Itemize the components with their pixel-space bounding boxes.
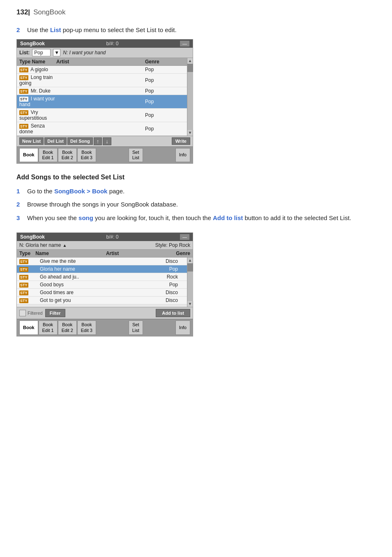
row-type: STY Mr. Duke bbox=[19, 88, 56, 94]
sty-badge: STY bbox=[19, 97, 28, 102]
table-row[interactable]: STY Mr. Duke Pop bbox=[17, 87, 187, 95]
widget2-titlebar: SongBook b/#: 0 — bbox=[17, 233, 193, 241]
row2-genre: Pop bbox=[145, 282, 178, 288]
row-type: STY Long train going bbox=[19, 74, 56, 86]
row2-type: STY bbox=[19, 282, 40, 288]
write-button[interactable]: Write bbox=[172, 137, 190, 145]
nav-book-edit1-button[interactable]: BookEdit 1 bbox=[39, 148, 58, 162]
row2-genre: Pop bbox=[145, 266, 178, 272]
row2-genre: Disco bbox=[145, 258, 178, 264]
table-row[interactable]: STY Got to get you Disco bbox=[17, 297, 187, 304]
table-row[interactable]: STY Senza donne Pop bbox=[17, 122, 187, 136]
col-genre: Genre bbox=[145, 59, 178, 65]
table-row[interactable]: STY A gigolo Pop bbox=[17, 66, 187, 74]
scroll-thumb bbox=[187, 263, 193, 272]
widget2-listbar: N: Gloria her name ▲ Style: Pop Rock bbox=[17, 241, 193, 250]
row-type: STY Vry superstitious bbox=[19, 109, 56, 121]
table-row[interactable]: STY Go ahead and ju.. Rock bbox=[17, 273, 187, 281]
sty-badge: STY bbox=[19, 283, 28, 288]
new-list-button[interactable]: New List bbox=[19, 137, 44, 145]
del-song-button[interactable]: Del Song bbox=[67, 137, 93, 145]
filter-button[interactable]: Filter bbox=[45, 309, 65, 317]
widget1-toolbar: New List Del List Del Song ↑ ↓ Write bbox=[17, 136, 193, 146]
nav-book-button[interactable]: Book bbox=[19, 148, 38, 162]
songbook-widget-1: SongBook b/#: 0 — List: Pop ▼ N: I want … bbox=[16, 39, 193, 164]
widget1-scrollbar[interactable]: ▲ ▼ bbox=[187, 58, 193, 136]
col2-artist: Artist bbox=[106, 251, 119, 256]
row-genre: Pop bbox=[145, 126, 178, 132]
scroll-down-arrow[interactable]: ▼ bbox=[188, 302, 192, 306]
sty-badge: STY bbox=[19, 259, 28, 264]
nav2-book-edit3-button[interactable]: BookEdit 3 bbox=[77, 320, 96, 334]
add-songs-steps: 1 Go to the SongBook > Book page. 2 Brow… bbox=[16, 187, 376, 223]
widget2-info: b/#: 0 bbox=[106, 234, 118, 240]
widget1-list-arrow[interactable]: ▼ bbox=[53, 49, 60, 56]
row2-name: Good times are bbox=[40, 290, 145, 295]
widget1-titlebar: SongBook b/#: 0 — bbox=[17, 39, 193, 48]
table-row[interactable]: STY Long train going Pop bbox=[17, 74, 187, 87]
list-highlight: List bbox=[50, 26, 61, 33]
nav-info-button[interactable]: Info bbox=[175, 148, 190, 162]
filtered-label: Filtered bbox=[28, 311, 43, 316]
add-step-1-row: 1 Go to the SongBook > Book page. bbox=[16, 187, 376, 196]
add-to-list-button[interactable]: Add to list bbox=[156, 309, 190, 317]
add-step-3-num: 3 bbox=[16, 214, 22, 221]
sty-badge: STY bbox=[19, 75, 28, 80]
nav-book-edit3-button[interactable]: BookEdit 3 bbox=[77, 148, 96, 162]
table-row[interactable]: STY Gloria her name Pop bbox=[17, 265, 187, 273]
widget1-info: b/#: 0 bbox=[106, 41, 118, 46]
col2-name: Name bbox=[35, 251, 49, 256]
widget2-list-area: STY Give me the nite Disco STY Gloria he… bbox=[17, 258, 187, 307]
row2-genre: Disco bbox=[145, 297, 178, 303]
move-up-button[interactable]: ↑ bbox=[94, 137, 102, 145]
widget1-listbar: List: Pop ▼ N: I want your hand bbox=[17, 48, 193, 58]
col-artist: Artist bbox=[56, 59, 145, 65]
table-row[interactable]: STY Give me the nite Disco bbox=[17, 258, 187, 265]
widget1-title: SongBook bbox=[20, 41, 45, 46]
songbook-widget-2: SongBook b/#: 0 — N: Gloria her name ▲ S… bbox=[16, 232, 193, 336]
scroll-up-arrow[interactable]: ▲ bbox=[188, 59, 192, 63]
table-row[interactable]: STY Vry superstitious Pop bbox=[17, 109, 187, 122]
del-list-button[interactable]: Del List bbox=[44, 137, 67, 145]
songbook-book-highlight: SongBook > Book bbox=[54, 188, 108, 195]
nav2-book-button[interactable]: Book bbox=[19, 320, 38, 334]
table-row[interactable]: STY Good times are Disco bbox=[17, 289, 187, 297]
widget1-minimize-button[interactable]: — bbox=[180, 41, 189, 46]
sty-badge: STY bbox=[19, 267, 28, 272]
add-step-2-num: 2 bbox=[16, 201, 22, 208]
table-row[interactable]: STY I want your hand Pop bbox=[17, 95, 187, 109]
row2-genre: Rock bbox=[145, 274, 178, 280]
move-down-button[interactable]: ↓ bbox=[103, 137, 111, 145]
widget2-minimize-button[interactable]: — bbox=[180, 234, 189, 240]
filtered-checkbox[interactable] bbox=[19, 310, 26, 316]
scroll-up-arrow[interactable]: ▲ bbox=[188, 258, 192, 262]
song-highlight: song bbox=[78, 214, 93, 221]
scroll-thumb bbox=[187, 64, 193, 72]
nav-set-list-button[interactable]: SetList bbox=[129, 148, 143, 162]
row-type: STY Senza donne bbox=[19, 123, 56, 135]
table-row[interactable]: STY Good boys Pop bbox=[17, 281, 187, 289]
row-genre: Pop bbox=[145, 77, 178, 83]
nav2-book-edit1-button[interactable]: BookEdit 1 bbox=[39, 320, 58, 334]
nav-book-edit2-button[interactable]: BookEdit 2 bbox=[58, 148, 77, 162]
row2-type: STY bbox=[19, 290, 40, 295]
scroll-down-arrow[interactable]: ▼ bbox=[188, 131, 192, 135]
nav2-book-edit2-button[interactable]: BookEdit 2 bbox=[58, 320, 77, 334]
widget1-list-area: Type Name Artist Genre STY A gigolo Pop … bbox=[17, 58, 187, 136]
row-genre: Pop bbox=[145, 88, 178, 94]
widget1-col-header: Type Name Artist Genre bbox=[17, 58, 187, 66]
row-genre: Pop bbox=[145, 67, 178, 72]
step-2-section: 2 Use the List pop-up menu to select the… bbox=[16, 26, 376, 164]
add-step-3-text: When you see the song you are looking fo… bbox=[27, 214, 351, 223]
page-header: 132| SongBook bbox=[16, 8, 376, 16]
nav2-info-button[interactable]: Info bbox=[175, 320, 190, 334]
nav2-set-list-button[interactable]: SetList bbox=[129, 320, 143, 334]
page-number: 132| bbox=[16, 8, 30, 16]
widget1-list-pop[interactable]: Pop bbox=[32, 49, 51, 56]
widget2-list-name: N: Gloria her name bbox=[19, 242, 61, 248]
widget1-body: Type Name Artist Genre STY A gigolo Pop … bbox=[17, 58, 193, 136]
add-step-1-text: Go to the SongBook > Book page. bbox=[27, 187, 125, 196]
page-title: SongBook bbox=[33, 8, 65, 16]
widget2-style: Style: Pop Rock bbox=[155, 242, 190, 248]
widget2-scrollbar[interactable]: ▲ ▼ bbox=[187, 258, 193, 307]
